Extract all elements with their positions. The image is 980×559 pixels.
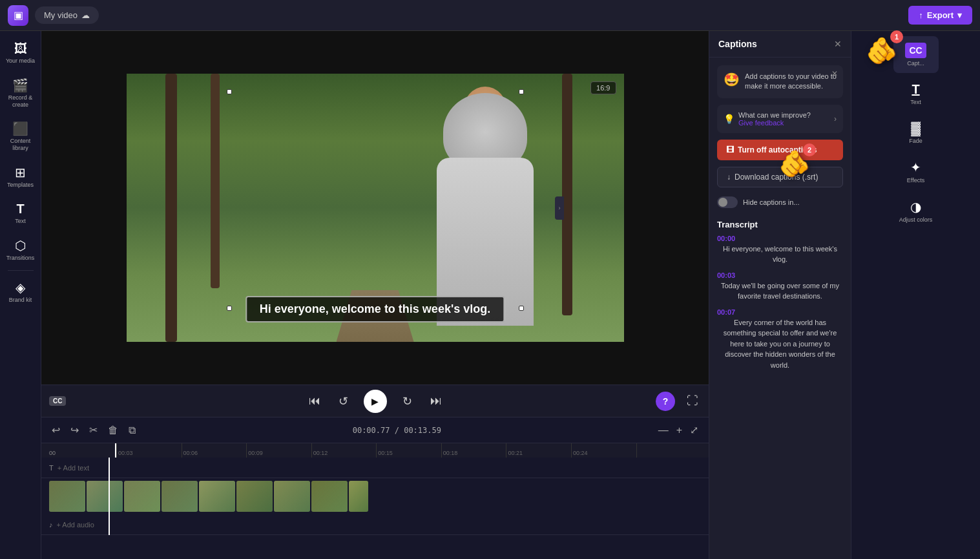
forward-button[interactable]: ↻ xyxy=(400,392,415,411)
sidebar-item-text[interactable]: T Text xyxy=(3,196,39,230)
help-button[interactable]: ? xyxy=(656,392,675,411)
thumb-2 xyxy=(87,481,123,512)
export-label: Export xyxy=(927,10,954,20)
timeline-toolbar: ↩ ↪ ✂ 🗑 ⧉ 00:00.77 / 00:13.59 — + ⤢ xyxy=(41,417,709,443)
effects-tool-label: Effects xyxy=(907,177,924,184)
turn-off-autocaptions-button[interactable]: 🎞 Turn off autocaptions xyxy=(717,140,843,160)
text-track: T + Add text xyxy=(41,458,709,478)
feedback-left: 💡 What can we improve? Give feedback xyxy=(724,111,811,127)
turn-off-label: Turn off autocaptions xyxy=(738,145,817,154)
right-tool-adjust-colors[interactable]: ◑ Adjust colors xyxy=(893,193,939,229)
redo-button[interactable]: ↪ xyxy=(68,421,81,439)
zoom-out-button[interactable]: — xyxy=(656,422,671,439)
right-tool-text[interactable]: T Text xyxy=(893,76,939,112)
resize-handle-br[interactable] xyxy=(519,306,524,311)
skip-to-end-button[interactable]: ⏭ xyxy=(428,392,444,410)
sidebar-item-your-media[interactable]: 🖼 Your media xyxy=(3,36,39,70)
sidebar-item-brand-kit[interactable]: ◈ Brand kit xyxy=(3,275,39,309)
player-controls: CC ⏮ ↺ ▶ ↻ ⏭ ? ⛶ xyxy=(41,385,709,417)
zoom-controls: — + ⤢ xyxy=(656,421,701,439)
sidebar-label-transitions: Transitions xyxy=(6,255,35,262)
left-sidebar: 🖼 Your media 🎬 Record & create ⬛ Content… xyxy=(0,31,41,559)
sidebar-item-record-create[interactable]: 🎬 Record & create xyxy=(3,72,39,114)
cloud-icon: ☁ xyxy=(81,10,90,20)
delete-button[interactable]: 🗑 xyxy=(105,422,121,439)
audio-track: ♪ + Add audio xyxy=(41,514,709,535)
video-tab[interactable]: My video ☁ xyxy=(35,6,99,24)
transitions-icon: ⬡ xyxy=(15,238,26,253)
resize-handle-tr[interactable] xyxy=(519,89,524,94)
download-label: Download captions (.srt) xyxy=(735,173,818,182)
thumb-1 xyxy=(49,481,85,512)
thumb-9 xyxy=(349,481,368,512)
close-captions-button[interactable]: ✕ xyxy=(834,39,842,49)
panel-collapse-button[interactable]: › xyxy=(555,196,564,220)
fullscreen-button[interactable]: ⛶ xyxy=(684,392,701,410)
center-area: Hi everyone, welcome to this week's vlog… xyxy=(41,31,709,559)
captions-promo-card: 🤩 Add captions to your video to make it … xyxy=(717,65,843,98)
transcript-time-2: 00:07 xyxy=(717,308,843,316)
expand-timeline-button[interactable]: ⤢ xyxy=(687,421,701,439)
captions-icon: CC xyxy=(905,43,926,58)
thumb-3 xyxy=(124,481,160,512)
skip-to-start-button[interactable]: ⏮ xyxy=(306,392,323,410)
feedback-link[interactable]: Give feedback xyxy=(738,119,811,127)
timeline-area: ↩ ↪ ✂ 🗑 ⧉ 00:00.77 / 00:13.59 — + ⤢ xyxy=(41,417,709,559)
sidebar-label-record-create: Record & create xyxy=(5,94,36,109)
undo-button[interactable]: ↩ xyxy=(49,421,63,439)
resize-handle-tl[interactable] xyxy=(227,89,232,94)
download-captions-button[interactable]: ↓ Download captions (.srt) xyxy=(717,167,843,187)
ruler-mark-0018: 00:18 xyxy=(441,443,506,458)
right-tool-fade[interactable]: ▓ Fade xyxy=(893,114,939,151)
video-thumbnails xyxy=(49,481,368,512)
zoom-in-button[interactable]: + xyxy=(674,422,685,439)
add-text-button[interactable]: + Add text xyxy=(57,464,89,472)
right-tools-panel: CC Capt... T Text ▓ Fade ✦ Effects ◑ Adj… xyxy=(851,31,980,559)
captions-header: Captions ✕ xyxy=(709,31,851,58)
text-icon-track: T xyxy=(49,464,54,472)
add-audio-button[interactable]: + Add audio xyxy=(57,521,94,529)
cc-badge[interactable]: CC xyxy=(49,396,66,406)
turn-off-icon: 🎞 xyxy=(726,145,734,154)
record-create-icon: 🎬 xyxy=(12,78,28,93)
right-tool-captions[interactable]: CC Capt... xyxy=(893,36,939,73)
feedback-chevron-icon: › xyxy=(834,114,837,123)
sidebar-item-templates[interactable]: ⊞ Templates xyxy=(3,160,39,194)
hide-captions-toggle[interactable] xyxy=(717,196,738,208)
video-track xyxy=(41,478,709,514)
total-time: 00:13.59 xyxy=(404,426,441,435)
copy-button[interactable]: ⧉ xyxy=(126,422,138,439)
topbar: ▣ My video ☁ ↑ Export ▾ xyxy=(0,0,980,31)
captions-panel-title: Captions xyxy=(718,39,757,49)
sidebar-label-templates: Templates xyxy=(7,182,34,189)
video-preview-area: Hi everyone, welcome to this week's vlog… xyxy=(41,31,709,385)
right-tool-effects[interactable]: ✦ Effects xyxy=(893,153,939,190)
sidebar-item-transitions[interactable]: ⬡ Transitions xyxy=(3,233,39,267)
ruler-mark-0021: 00:21 xyxy=(506,443,571,458)
captions-body: 🤩 Add captions to your video to make it … xyxy=(709,58,851,559)
sidebar-label-content-library: Content library xyxy=(5,138,36,152)
time-display: 00:00.77 / 00:13.59 xyxy=(353,426,441,435)
promo-emoji: 🤩 xyxy=(724,72,740,87)
export-button[interactable]: ↑ Export ▾ xyxy=(908,6,972,25)
bulb-icon: 💡 xyxy=(724,114,735,124)
sidebar-label-text: Text xyxy=(15,218,26,225)
cut-button[interactable]: ✂ xyxy=(87,421,100,439)
ruler-mark-0006: 00:06 xyxy=(182,443,247,458)
ruler-mark-0015: 00:15 xyxy=(376,443,441,458)
brand-kit-icon: ◈ xyxy=(16,280,25,295)
aspect-ratio-badge: 16:9 xyxy=(590,81,616,94)
resize-handle-bl[interactable] xyxy=(227,306,232,311)
adjust-colors-tool-label: Adjust colors xyxy=(899,216,933,223)
export-icon: ↑ xyxy=(919,10,923,20)
play-button[interactable]: ▶ xyxy=(364,390,387,413)
transcript-text-1: Today we'll be going over some of my fav… xyxy=(717,280,843,302)
timeline-ruler: 00 00:03 00:06 00:09 00:12 00:15 00:18 0… xyxy=(41,443,709,458)
thumb-7 xyxy=(274,481,310,512)
topbar-right: ↑ Export ▾ xyxy=(908,6,972,25)
feedback-label: What can we improve? xyxy=(738,111,811,119)
rewind-button[interactable]: ↺ xyxy=(336,392,351,411)
promo-close-button[interactable]: ✕ xyxy=(831,69,838,78)
captions-tool-label: Capt... xyxy=(907,60,924,67)
sidebar-item-content-library[interactable]: ⬛ Content library xyxy=(3,116,39,157)
